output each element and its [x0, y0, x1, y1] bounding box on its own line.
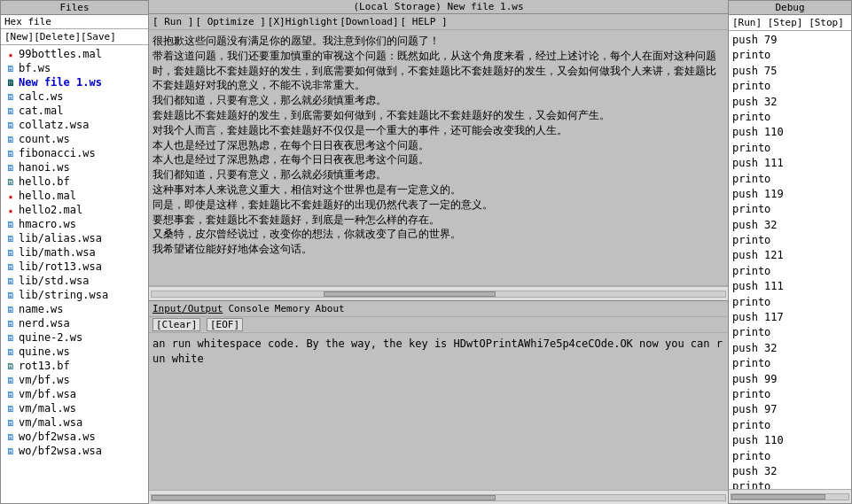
- file-item[interactable]: 🗎New file 1.ws: [4, 75, 145, 89]
- file-item[interactable]: 🗎lib/alias.wsa: [4, 231, 145, 245]
- file-item[interactable]: 🗎fibonacci.ws: [4, 146, 145, 160]
- hex-file-label: Hex file: [1, 15, 148, 29]
- file-item[interactable]: ★hello2.mal: [4, 203, 145, 217]
- file-item[interactable]: 🗎lib/std.wsa: [4, 274, 145, 288]
- eof-button[interactable]: [EOF]: [207, 318, 243, 331]
- file-icon: 🗎: [4, 260, 17, 273]
- file-item[interactable]: ★99bottles.mal: [4, 47, 145, 61]
- debug-item: push 121: [732, 248, 848, 263]
- debug-run-button[interactable]: [Run]: [732, 17, 762, 28]
- file-name: vm/bf.wsa: [19, 388, 76, 400]
- file-name: lib/math.wsa: [19, 246, 96, 259]
- file-icon: 🗎: [4, 331, 17, 344]
- file-item[interactable]: 🗎rot13.bf: [4, 359, 145, 373]
- debug-stop-button[interactable]: [Stop]: [809, 17, 844, 28]
- file-name: lib/alias.wsa: [19, 232, 102, 244]
- file-item[interactable]: 🗎vm/bf.ws: [4, 373, 145, 387]
- file-item[interactable]: 🗎nerd.wsa: [4, 316, 145, 330]
- file-icon: 🗎: [4, 246, 17, 259]
- debug-hscrollbar-thumb[interactable]: [731, 494, 825, 500]
- file-name: New file 1.ws: [19, 76, 102, 89]
- io-panel: Input/Output Console Memory About [Clear…: [149, 300, 728, 504]
- debug-item: printo: [732, 264, 848, 279]
- main-layout: Files Hex file [New][Delete][Save] ★99bo…: [0, 0, 852, 504]
- files-toolbar: [New][Delete][Save]: [1, 29, 148, 45]
- tab-about[interactable]: About: [316, 303, 345, 314]
- file-item[interactable]: 🗎vm/mal.ws: [4, 401, 145, 415]
- optimize-button[interactable]: [ Optimize ]: [195, 16, 265, 27]
- tab-memory[interactable]: Memory: [275, 303, 310, 314]
- file-item[interactable]: 🗎wo/bf2wsa.ws: [4, 430, 145, 444]
- file-name: vm/mal.ws: [19, 402, 76, 415]
- file-icon: 🗎: [4, 416, 17, 429]
- file-icon: ★: [4, 190, 17, 202]
- debug-item: printo: [732, 479, 848, 489]
- file-item[interactable]: 🗎name.ws: [4, 302, 145, 316]
- file-name: quine.ws: [19, 345, 70, 358]
- file-icon: 🗎: [4, 147, 17, 159]
- file-item[interactable]: 🗎quine.ws: [4, 345, 145, 359]
- file-name: hello.mal: [19, 190, 76, 202]
- file-item[interactable]: 🗎lib/math.wsa: [4, 245, 145, 260]
- file-item[interactable]: 🗎bf.ws: [4, 61, 145, 75]
- editor-content[interactable]: 很抱歉这些问题没有满足你的愿望。我注意到你们的问题了！ 带着这道问题，我们还要重…: [149, 30, 728, 286]
- file-name: wo/bf2wsa.ws: [19, 430, 96, 443]
- debug-hscrollbar-track: [731, 493, 849, 500]
- debug-item: push 117: [732, 310, 848, 325]
- file-name: 99bottles.mal: [19, 48, 102, 60]
- file-icon: 🗎: [4, 175, 17, 188]
- debug-item: push 32: [732, 95, 848, 110]
- tab-console[interactable]: Console: [228, 303, 269, 314]
- debug-item: printo: [732, 356, 848, 371]
- file-item[interactable]: ★hello.mal: [4, 189, 145, 203]
- download-button[interactable]: [Download]: [340, 16, 398, 27]
- tab-input-output[interactable]: Input/Output: [152, 303, 223, 314]
- file-name: vm/mal.wsa: [19, 416, 82, 429]
- debug-hscrollbar[interactable]: [729, 489, 851, 503]
- file-name: lib/rot13.wsa: [19, 260, 102, 273]
- file-item[interactable]: 🗎lib/rot13.wsa: [4, 260, 145, 274]
- file-item[interactable]: 🗎cat.mal: [4, 104, 145, 118]
- highlight-button[interactable]: [X]Highlight: [268, 16, 338, 27]
- file-name: hello2.mal: [19, 204, 82, 216]
- new-button[interactable]: [New]: [4, 31, 34, 43]
- file-icon: 🗎: [4, 119, 17, 131]
- editor-hscrollbar[interactable]: [149, 286, 728, 300]
- file-item[interactable]: 🗎calc.ws: [4, 89, 145, 104]
- clear-button[interactable]: [Clear]: [152, 318, 200, 331]
- debug-step-button[interactable]: [Step]: [768, 17, 803, 28]
- file-item[interactable]: 🗎wo/bf2wsa.wsa: [4, 444, 145, 458]
- file-item[interactable]: 🗎hanoi.ws: [4, 160, 145, 174]
- file-icon: 🗎: [4, 161, 17, 174]
- file-item[interactable]: 🗎count.ws: [4, 132, 145, 146]
- file-name: lib/string.wsa: [19, 289, 108, 301]
- io-content[interactable]: an run whitespace code. By the way, the …: [149, 333, 728, 490]
- center-layout: (Local Storage) New file 1.ws [ Run ] [ …: [149, 0, 728, 504]
- file-item[interactable]: 🗎collatz.wsa: [4, 118, 145, 132]
- delete-button[interactable]: [Delete]: [34, 31, 81, 43]
- file-name: nerd.wsa: [19, 317, 70, 330]
- debug-item: push 111: [732, 279, 848, 294]
- io-hscrollbar-thumb[interactable]: [152, 495, 496, 500]
- file-icon: 🗎: [4, 345, 17, 358]
- help-button[interactable]: [ HELP ]: [401, 16, 448, 27]
- run-button[interactable]: [ Run ]: [152, 16, 193, 27]
- io-hscrollbar[interactable]: [149, 490, 728, 504]
- hscrollbar-track: [151, 291, 726, 298]
- file-item[interactable]: 🗎quine-2.ws: [4, 330, 145, 345]
- file-item[interactable]: 🗎vm/bf.wsa: [4, 387, 145, 401]
- file-item[interactable]: 🗎lib/string.wsa: [4, 288, 145, 302]
- hscrollbar-thumb[interactable]: [324, 291, 496, 297]
- file-item[interactable]: 🗎hmacro.ws: [4, 217, 145, 231]
- debug-item: push 111: [732, 156, 848, 171]
- file-item[interactable]: 🗎vm/mal.wsa: [4, 415, 145, 430]
- save-button[interactable]: [Save]: [81, 31, 116, 43]
- debug-item: printo: [732, 449, 848, 464]
- files-list: ★99bottles.mal🗎bf.ws🗎New file 1.ws🗎calc.…: [1, 45, 148, 503]
- file-name: hmacro.ws: [19, 218, 76, 230]
- file-item[interactable]: 🗎hello.bf: [4, 174, 145, 189]
- debug-item: printo: [732, 418, 848, 433]
- file-name: name.ws: [19, 303, 64, 315]
- debug-item: printo: [732, 387, 848, 402]
- io-toolbar: [Clear] [EOF]: [149, 317, 728, 333]
